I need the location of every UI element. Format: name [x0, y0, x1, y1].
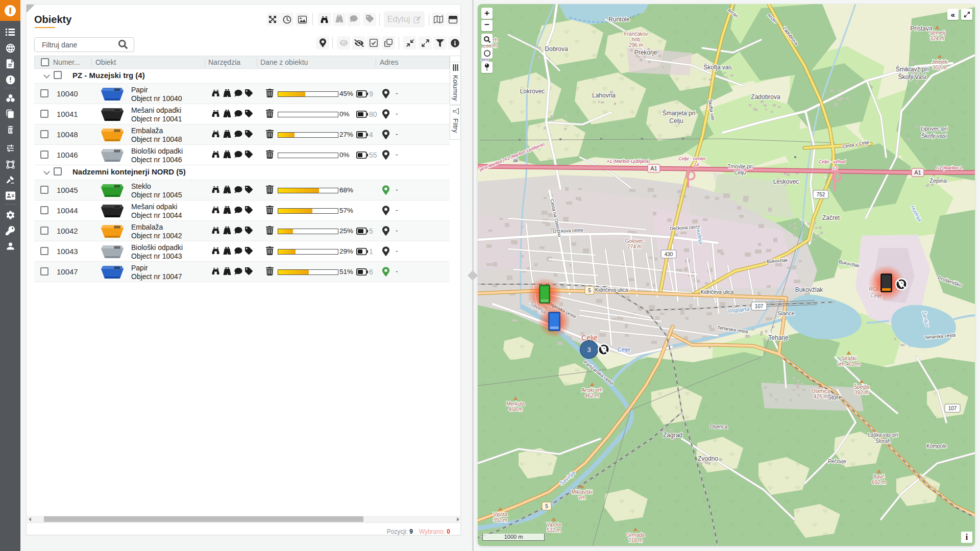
svg-text:Anski vrh: Anski vrh [581, 387, 602, 393]
svg-text:Žepina: Žepina [929, 178, 947, 184]
svg-text:462 m: 462 m [585, 393, 599, 398]
svg-text:107: 107 [755, 304, 764, 309]
svg-text:5: 5 [588, 288, 591, 293]
svg-text:3: 3 [587, 346, 591, 354]
svg-text:13: 13 [832, 165, 838, 170]
svg-text:Špegla: Špegla [853, 384, 870, 390]
svg-text:Vipota: Vipota [547, 522, 561, 528]
svg-text:A1: A1 [914, 169, 921, 176]
svg-text:Šmiklavž pri: Šmiklavž pri [896, 65, 929, 73]
svg-text:Kidričeva ulica: Kidričeva ulica [595, 287, 628, 293]
svg-text:Lokrovec: Lokrovec [520, 88, 545, 95]
svg-text:718 m: 718 m [628, 538, 643, 543]
svg-text:Štorah: Štorah [875, 438, 890, 444]
svg-text:Kidričeva ulica: Kidričeva ulica [701, 289, 734, 295]
svg-text:Merkuta: Merkuta [506, 401, 525, 407]
svg-text:Frančakov: Frančakov [624, 31, 648, 37]
svg-text:Lahovna: Lahovna [592, 92, 616, 99]
svg-text:Celje: Celje [617, 346, 630, 353]
svg-text:Golovec: Golovec [625, 238, 644, 244]
svg-text:Teharje: Teharje [768, 334, 789, 341]
svg-text:Škofji Vasi: Škofji Vasi [898, 73, 926, 81]
svg-text:A1 (Maribor-Ljubljana): A1 (Maribor-Ljubljana) [607, 159, 650, 164]
svg-text:458 m: 458 m [508, 407, 523, 412]
svg-text:Dobrova: Dobrova [545, 45, 568, 53]
svg-text:Trnovlje pri: Trnovlje pri [727, 164, 752, 169]
svg-text:Začret: Začret [822, 214, 840, 221]
svg-text:Leskovec: Leskovec [773, 178, 799, 185]
svg-text:Štore: Štore [827, 393, 842, 401]
svg-text:Vipota: Vipota [493, 512, 508, 517]
svg-text:5: 5 [545, 504, 548, 509]
svg-text:324 m: 324 m [930, 36, 944, 41]
svg-text:Osenca: Osenca [710, 424, 728, 430]
svg-text:Slance: Slance [777, 310, 795, 316]
svg-text:Celje - vzhod: Celje - vzhod [819, 159, 846, 164]
svg-text:Škofji vasi: Škofji vasi [921, 133, 947, 139]
svg-text:Šmarjeta pri: Šmarjeta pri [663, 109, 696, 117]
svg-text:107: 107 [948, 406, 957, 411]
svg-text:Lipovec pri: Lipovec pri [920, 126, 947, 132]
svg-text:Bukovžlak: Bukovžlak [795, 286, 824, 293]
svg-text:532 m: 532 m [547, 528, 561, 533]
svg-text:752: 752 [817, 192, 825, 197]
svg-text:Zvodno: Zvodno [698, 455, 718, 462]
svg-text:692 m: 692 m [872, 480, 886, 485]
svg-text:Celju: Celju [734, 170, 746, 176]
svg-text:Straški: Straški [841, 356, 857, 361]
svg-text:392 m: 392 m [493, 517, 507, 523]
svg-text:Laška vas pri: Laška vas pri [868, 432, 898, 438]
svg-text:Jelejek: Jelejek [932, 59, 948, 65]
svg-text:Osenica: Osenica [812, 388, 830, 394]
svg-text:Kompole: Kompole [926, 443, 947, 449]
svg-text:Celje - center: Celje - center [678, 156, 706, 161]
svg-text:Strmelj: Strmelj [929, 30, 945, 36]
svg-text:Pečovje: Pečovje [828, 459, 846, 464]
svg-text:Zagrad: Zagrad [663, 432, 682, 439]
svg-text:296 m: 296 m [629, 42, 643, 48]
svg-text:Zadobrova: Zadobrova [751, 93, 780, 101]
svg-text:hrib: hrib [632, 37, 641, 42]
svg-text:Miklavški: Miklavški [572, 489, 593, 495]
svg-text:Grmada: Grmada [626, 532, 645, 538]
svg-text:vrh 401 m: vrh 401 m [838, 361, 860, 367]
svg-text:Prekorje: Prekorje [634, 49, 657, 56]
svg-text:425 m: 425 m [814, 394, 828, 399]
svg-text:Bavč: Bavč [873, 474, 885, 480]
svg-text:Škofja vas: Škofja vas [703, 63, 731, 71]
svg-text:vrh: vrh [578, 495, 585, 500]
svg-text:Runtole: Runtole [608, 16, 630, 23]
svg-text:Celju: Celju [669, 117, 683, 124]
svg-text:A1: A1 [650, 165, 657, 171]
svg-text:302 m: 302 m [933, 65, 947, 70]
svg-text:274 m: 274 m [627, 244, 642, 249]
svg-text:392 m: 392 m [854, 390, 869, 395]
svg-text:430: 430 [665, 252, 673, 257]
svg-text:14: 14 [694, 162, 699, 167]
svg-text:A1 (Maribor-L: A1 (Maribor-L [936, 165, 963, 170]
